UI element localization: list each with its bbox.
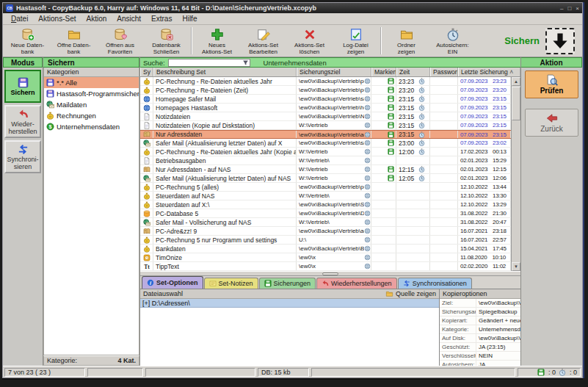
detail-tabs: iSet-OptionenSet-NotizenSicherungenWiede…: [140, 276, 520, 289]
vertical-scrollbar[interactable]: ▲ ▼: [511, 77, 520, 271]
tab-wiederherstellungen[interactable]: Wiederherstellungen: [316, 278, 397, 289]
set-beschreibung: Notizdateien (Kopie auf Diskstation): [153, 121, 297, 129]
splitter-grip[interactable]: [322, 272, 338, 275]
kategorie-item-maildaten[interactable]: Maildaten: [44, 99, 139, 110]
window-control-close[interactable]: ×: [576, 5, 579, 12]
modus-button-synchroni-sieren[interactable]: Synchroni-sieren: [4, 140, 41, 173]
sicherungsziel: W:\Vertrieb\: [297, 218, 371, 226]
col-header-beschreibung[interactable]: Beschreibung Set: [153, 68, 297, 76]
toolbar-button-autosichern-ein[interactable]: Autosichern:EIN: [429, 26, 476, 56]
table-row[interactable]: Nur Adressdaten\ew0\x\Backup\Vertrieb\ad…: [140, 130, 511, 139]
folder-icon: [385, 290, 393, 297]
scroll-down-arrow[interactable]: ▼: [512, 262, 520, 271]
menu-aktions-set[interactable]: Aktions-Set: [33, 14, 81, 23]
window-control-minimize[interactable]: –: [560, 5, 563, 12]
table-row[interactable]: PC-Rechnung - Re-Dateien (Zeit)\ew0\x\Ba…: [140, 86, 511, 95]
window-control-maximize[interactable]: □: [567, 5, 571, 12]
table-row[interactable]: TtTippText\ew0\x02.02.202011:02: [140, 262, 511, 271]
table-row[interactable]: PC-Rechnung - Re-Dateien aktuelles Jahr …: [140, 148, 511, 156]
letzte-sicherung: 12.10.202213:30: [458, 192, 511, 200]
table-row[interactable]: Homepages Hastasoft\ew0\x\Backup\Vertrie…: [140, 104, 511, 112]
splitter[interactable]: [140, 271, 520, 276]
col-header-markiert[interactable]: Markiert: [371, 68, 396, 76]
search-input[interactable]: [168, 59, 250, 67]
menu-datei[interactable]: Datei: [6, 14, 33, 23]
modus-button-sichern[interactable]: Sichern: [4, 70, 41, 103]
toolbar-button-datenbank-schließen[interactable]: DatenbankSchließen: [143, 26, 189, 56]
kopieroption-kopierart: Kopierart:Geändert + neuer: [440, 317, 520, 325]
table-row[interactable]: PC-Adre&zz! 9\ew0\x\Backup\Vertrieb\adre…: [140, 227, 511, 236]
aktion-button-zurück[interactable]: Zurück: [525, 109, 578, 137]
table-row[interactable]: Safer Mail - Vollsicherung auf NASW:\Ver…: [140, 218, 511, 227]
globe-gray-icon: [364, 219, 371, 225]
table-row[interactable]: Nur Adressdaten - auf NASW:\Vertrieb12:1…: [140, 165, 511, 174]
toolbar-button-log-datei-zeigen[interactable]: Log-Dateizeigen: [333, 26, 379, 56]
kopieroption-geschützt: Geschützt:JA (23:15): [440, 343, 520, 352]
toolbar-button-neue-daten-bank[interactable]: Neue Daten-bank: [4, 26, 51, 56]
toolbar-button-aktions-set-löschen[interactable]: Aktions-Setlöschen: [286, 26, 333, 56]
table-row[interactable]: Notizdateien (Kopie auf Diskstation)W:\V…: [140, 121, 511, 130]
title-bar: CB Hastasoft - CopyBackup 6.0, Harry auf…: [3, 3, 582, 13]
modus-button-wieder-herstellen[interactable]: Wieder-herstellen: [4, 105, 41, 138]
aktion-button-prüfen[interactable]: Prüfen: [525, 70, 578, 98]
toolbar-button-aktions-set-bearbeiten[interactable]: Aktions-SetBearbeiten: [240, 26, 286, 56]
scroll-up-arrow[interactable]: ▲: [512, 77, 520, 86]
kategorie-item-hastasoft-programmsicherungen[interactable]: Hastasoft-Programmsicherungen: [44, 88, 139, 99]
menu-hilfe[interactable]: Hilfe: [177, 14, 202, 23]
kategorie-item-unternehmensdaten[interactable]: $Unternehmensdaten: [44, 121, 139, 132]
globe-gray-icon: [364, 95, 371, 102]
globe-gray-icon: [364, 210, 371, 217]
toolbar-button-öffne-daten-bank[interactable]: Öffne Daten-bank: [51, 26, 97, 56]
table-row[interactable]: PC-Rechnung 5 (alles)\ew0\x\Backup\Vertr…: [140, 183, 511, 192]
table-row[interactable]: Homepage Safer Mail\ew0\x\Backup\Vertrie…: [140, 95, 511, 104]
scrollbar-thumb[interactable]: [512, 87, 520, 120]
sichern-start-button[interactable]: [545, 28, 575, 54]
table-row[interactable]: Bankdaten\ew0\x\Backup\Vertrieb\Bank\15.…: [140, 245, 511, 253]
filter-funnel-icon[interactable]: [242, 59, 249, 66]
kategorie-item-alle[interactable]: *.* Alle: [44, 77, 139, 88]
quelle-zeigen-button[interactable]: Quelle zeigen: [385, 290, 436, 297]
table-row[interactable]: PC-Rechnung - Re-Dateien aktuelles Jahr\…: [140, 77, 511, 86]
toolbar-button-ordner-zeigen[interactable]: Ordnerzeigen: [383, 26, 429, 56]
menu-extras[interactable]: Extras: [146, 14, 177, 23]
note-yellow-icon: [209, 280, 217, 287]
table-row[interactable]: PC-Database 5\ew0\x\Backup\Vertrieb\Data…: [140, 209, 511, 218]
set-beschreibung: Safer Mail (Aktualisierung letzter Daten…: [153, 174, 297, 182]
table-row[interactable]: Safer Mail (Aktualisierung letzter Daten…: [140, 139, 511, 148]
set-beschreibung: Nur Adressdaten - auf NAS: [153, 165, 297, 173]
menu-ansicht[interactable]: Ansicht: [112, 14, 146, 23]
tab-synchronisationen[interactable]: Synchronisationen: [398, 278, 472, 289]
kategorie-item-rechnungen[interactable]: Rechnungen: [44, 110, 139, 121]
table-row[interactable]: Steuerdaten auf X:\\ew0\x\Backup\Vertrie…: [140, 200, 511, 209]
table-row[interactable]: Notizdateien\ew0\x\Backup\Vertrieb\Notiz…: [140, 112, 511, 121]
table-row[interactable]: TimOnize\ew0\x11.08.202010:10: [140, 253, 511, 262]
moneybag-icon: [143, 245, 150, 253]
kopieroptionen-header: Kopieroptionen: [440, 289, 520, 299]
status-segment-4: [311, 368, 515, 377]
tab-set-notizen[interactable]: Set-Notizen: [204, 278, 258, 289]
letzte-sicherung: 16.07.202122:57: [458, 236, 511, 244]
col-header-sy[interactable]: Sy: [140, 68, 153, 76]
table-row[interactable]: PC-Rechnung 5 nur Programm und settingsU…: [140, 236, 511, 245]
tab-set-optionen[interactable]: iSet-Optionen: [142, 276, 203, 289]
table-row[interactable]: Safer Mail (Aktualisierung letzter Daten…: [140, 174, 511, 183]
tab-sicherungen[interactable]: Sicherungen: [259, 278, 316, 289]
stopwatch-icon: [418, 104, 425, 111]
menu-aktion[interactable]: Aktion: [81, 14, 112, 23]
col-header-zeit[interactable]: Zeit: [396, 68, 430, 76]
table-row[interactable]: Steuerdaten auf NASW:\Vertrieb\12.10.202…: [140, 192, 511, 200]
db-new-icon: [21, 28, 35, 41]
col-header-sicherungsziel[interactable]: Sicherungsziel: [297, 68, 371, 76]
dateiauswahl-entry[interactable]: [+] D:\Adressen\: [140, 299, 439, 308]
scrollbar-track[interactable]: [512, 86, 520, 262]
kopieroption-kategorie: Kategorie:Unternehmensdaten: [440, 325, 520, 334]
toolbar-button-öffnen-aus-favoriten[interactable]: Öffnen ausFavoriten: [97, 26, 143, 56]
sicherungsziel: U:\: [297, 236, 371, 244]
globe-gray-icon: [364, 78, 371, 84]
floppy-blue-icon: [46, 90, 54, 98]
toolbar-button-neues-aktions-set[interactable]: NeuesAktions-Set: [194, 26, 240, 56]
col-header-letzte-sicherung[interactable]: Letzte Sicherung ˄: [458, 68, 520, 76]
col-header-passwort[interactable]: Passwort: [430, 68, 458, 76]
stopwatch-icon: [446, 28, 460, 41]
table-row[interactable]: BetriebsausgabenW:\Vertrieb\02.01.202315…: [140, 156, 511, 165]
